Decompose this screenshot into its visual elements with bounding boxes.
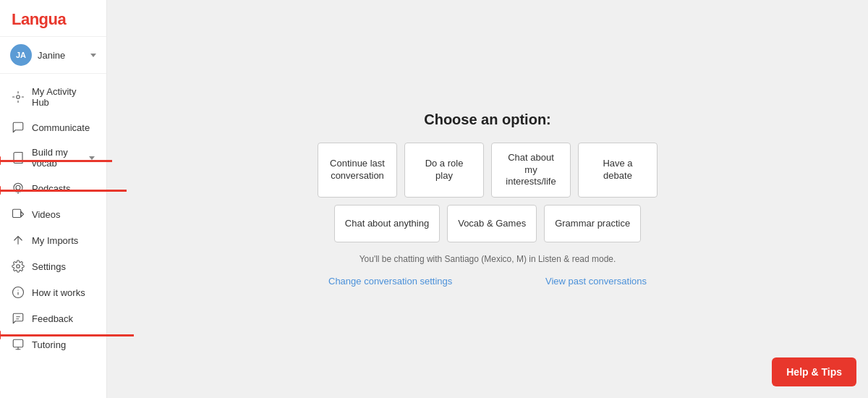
option-grammar[interactable]: Grammar practice <box>544 205 641 242</box>
sidebar-label-settings: Settings <box>32 261 66 272</box>
videos-icon <box>12 208 25 221</box>
sidebar-item-settings[interactable]: Settings <box>0 253 106 279</box>
chevron-down-icon <box>90 54 96 57</box>
options-title: Choose an option: <box>321 111 654 128</box>
svg-rect-3 <box>13 209 21 217</box>
option-chat-interests[interactable]: Chat about my interests/life <box>491 143 571 198</box>
avatar: JA <box>10 44 32 66</box>
svg-point-1 <box>16 185 20 190</box>
option-chat-anything[interactable]: Chat about anything <box>334 205 440 242</box>
activity-icon <box>12 90 25 103</box>
svg-point-0 <box>17 96 20 99</box>
sidebar-item-activity-hub[interactable]: My Activity Hub <box>0 80 106 114</box>
info-icon <box>12 286 25 299</box>
option-continue-last[interactable]: Continue last conversation <box>318 143 397 198</box>
sidebar-item-tutoring[interactable]: Tutoring <box>0 331 106 357</box>
svg-rect-12 <box>13 339 23 347</box>
podcasts-icon <box>12 182 25 195</box>
communicate-icon <box>12 121 25 134</box>
chat-info-text: You'll be chatting with Santiago (Mexico… <box>321 254 654 264</box>
sidebar-item-videos[interactable]: Videos <box>0 201 106 227</box>
sidebar-label-feedback: Feedback <box>32 313 73 324</box>
sidebar: Langua JA Janine My Activity Hub Communi… <box>0 0 107 398</box>
sidebar-item-my-imports[interactable]: My Imports <box>0 227 106 253</box>
sidebar-label-my-imports: My Imports <box>32 235 78 246</box>
svg-marker-4 <box>21 211 24 217</box>
user-profile[interactable]: JA Janine <box>0 37 106 74</box>
chevron-down-icon <box>89 156 95 160</box>
option-role-play[interactable]: Do a role play <box>404 143 484 198</box>
sidebar-label-activity-hub: My Activity Hub <box>32 86 95 108</box>
sidebar-label-communicate: Communicate <box>32 122 90 133</box>
option-debate[interactable]: Have a debate <box>578 143 658 198</box>
sidebar-nav: My Activity Hub Communicate Build my voc… <box>0 74 106 398</box>
options-row-2: Chat about anything Vocab & Games Gramma… <box>321 205 654 242</box>
view-past-link[interactable]: View past conversations <box>545 276 647 287</box>
option-vocab-games[interactable]: Vocab & Games <box>447 205 537 242</box>
tutoring-icon <box>12 338 25 351</box>
book-icon <box>12 151 25 164</box>
svg-point-6 <box>17 265 20 268</box>
sidebar-item-build-vocab[interactable]: Build my vocab <box>0 140 106 175</box>
imports-icon <box>12 234 25 247</box>
app-logo: Langua <box>12 10 66 28</box>
user-name: Janine <box>38 50 85 61</box>
conversation-links: Change conversation settings View past c… <box>321 276 654 287</box>
options-row-1: Continue last conversation Do a role pla… <box>321 143 654 198</box>
sidebar-item-podcasts[interactable]: Podcasts <box>0 175 106 201</box>
sidebar-label-podcasts: Podcasts <box>32 183 70 194</box>
sidebar-label-tutoring: Tutoring <box>32 339 66 350</box>
sidebar-label-videos: Videos <box>32 209 61 220</box>
feedback-icon <box>12 312 25 325</box>
logo-area: Langua <box>0 0 106 37</box>
sidebar-item-how-it-works[interactable]: How it works <box>0 279 106 305</box>
sidebar-item-communicate[interactable]: Communicate <box>0 114 106 140</box>
change-settings-link[interactable]: Change conversation settings <box>328 276 452 287</box>
sidebar-item-feedback[interactable]: Feedback <box>0 305 106 331</box>
help-tips-button[interactable]: Help & Tips <box>772 357 856 386</box>
settings-icon <box>12 260 25 273</box>
options-panel: Choose an option: Continue last conversa… <box>299 90 676 309</box>
sidebar-label-how-it-works: How it works <box>32 287 85 298</box>
main-content: Choose an option: Continue last conversa… <box>107 0 868 398</box>
sidebar-label-build-vocab: Build my vocab <box>32 147 82 169</box>
